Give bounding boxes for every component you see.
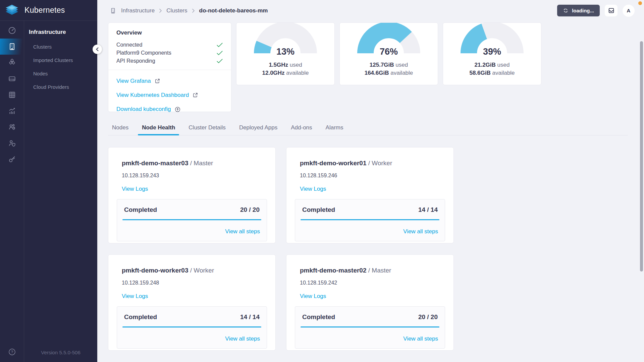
chevron-right-icon [159, 8, 162, 13]
node-card: pmkft-demo-worker03 / Worker 10.128.159.… [108, 254, 276, 351]
platform9-layers-logo-icon [4, 4, 19, 17]
gauge-percent: 13% [254, 47, 317, 57]
external-link-icon [192, 92, 198, 98]
view-grafana-link[interactable]: View Grafana [116, 78, 223, 84]
breadcrumb-infrastructure[interactable]: Infrastructure [121, 7, 155, 14]
tab-add-ons[interactable]: Add-ons [287, 122, 316, 135]
sidebar: Kubernetes [0, 0, 97, 362]
check-label: API Responding [116, 58, 155, 64]
help-icon[interactable]: ? [0, 348, 24, 356]
tab-node-health[interactable]: Node Health [138, 122, 179, 135]
check-label: Platform9 Components [116, 50, 171, 56]
breadcrumb-clusters[interactable]: Clusters [166, 7, 187, 14]
svg-text:?: ? [11, 350, 13, 354]
rail-infrastructure-building-icon[interactable] [0, 39, 24, 55]
steps-progress-bar [122, 326, 261, 327]
view-all-steps-link[interactable]: View all steps [122, 336, 261, 342]
check-icon [216, 50, 223, 56]
steps-count: 20 / 20 [240, 206, 260, 214]
check-icon [216, 58, 223, 64]
rail-dashboard-icon[interactable] [0, 22, 24, 39]
check-label: Connected [116, 42, 142, 48]
view-logs-link[interactable]: View Logs [300, 293, 326, 300]
sidebar-item-cloud-providers[interactable]: Cloud Providers [24, 80, 97, 94]
loading-button[interactable]: loading... [557, 5, 600, 16]
node-name: pmkft-demo-worker03 [122, 267, 189, 274]
rail-tenants-users-gear-icon[interactable] [0, 119, 24, 135]
sidebar-item-clusters[interactable]: Clusters [24, 40, 97, 54]
overview-title: Overview [116, 29, 223, 36]
download-kubeconfig-link[interactable]: Download kubeconfig [116, 106, 223, 113]
node-card: pmkft-demo-worker01 / Worker 10.128.159.… [286, 147, 454, 243]
node-ip: 10.128.159.243 [122, 173, 267, 179]
vertical-scrollbar[interactable] [640, 41, 643, 272]
gauge-percent: 76% [357, 47, 421, 57]
breadcrumb-current-cluster: do-not-delete-bareos-mm [199, 7, 268, 14]
node-name: pmkft-demo-worker01 [300, 160, 367, 167]
view-logs-link[interactable]: View Logs [122, 186, 148, 192]
sidebar-collapse-button[interactable] [93, 45, 102, 54]
steps-status: Completed [124, 313, 157, 321]
refresh-icon [563, 8, 569, 13]
node-name: pmkft-demo-master02 [300, 267, 367, 274]
content-area: Overview Connected Platform9 Components … [97, 21, 644, 362]
rail-apps-grid-icon[interactable] [0, 87, 24, 103]
link-label: Download kubeconfig [116, 106, 171, 113]
overview-card: Overview Connected Platform9 Components … [108, 22, 231, 112]
overview-check-platform9-components: Platform9 Components [116, 49, 223, 57]
app-title: Kubernetes [24, 6, 65, 15]
node-role: Master [194, 160, 213, 167]
node-ip: 10.128.159.242 [300, 280, 445, 286]
steps-status: Completed [302, 206, 335, 214]
sidebar-item-nodes[interactable]: Nodes [24, 67, 97, 80]
gauge-stats: 1.5GHz used 12.0GHz available [236, 61, 334, 77]
app-logo[interactable]: Kubernetes [0, 0, 97, 21]
view-all-steps-link[interactable]: View all steps [301, 228, 439, 235]
avatar-letter: A [627, 8, 631, 13]
chevron-right-icon [192, 8, 195, 13]
view-all-steps-link[interactable]: View all steps [301, 336, 439, 342]
view-logs-link[interactable]: View Logs [300, 186, 326, 192]
cpu-gauge-card: 13% 1.5GHz used 12.0GHz available [236, 22, 335, 85]
sidebar-menu: Infrastructure Clusters Imported Cluster… [24, 21, 97, 362]
tab-nodes[interactable]: Nodes [108, 122, 132, 135]
rail-monitoring-chart-icon[interactable] [0, 103, 24, 119]
view-kubernetes-dashboard-link[interactable]: View Kubernetes Dashboard [116, 92, 223, 99]
app-version: Version 5.5.0-506 [24, 350, 97, 355]
node-card: pmkft-demo-master02 / Master 10.128.159.… [286, 254, 454, 351]
gauge-percent: 39% [460, 47, 524, 57]
sidebar-section-title: Infrastructure [24, 29, 97, 36]
steps-count: 14 / 14 [240, 313, 260, 321]
steps-count: 20 / 20 [418, 313, 438, 321]
node-health-grid: pmkft-demo-master03 / Master 10.128.159.… [108, 147, 628, 351]
tab-deployed-apps[interactable]: Deployed Apps [235, 122, 281, 135]
inbox-button[interactable] [605, 5, 618, 16]
steps-panel: Completed 14 / 14 View all steps [117, 306, 267, 349]
gauge-stats: 125.7GiB used 164.6GiB available [340, 61, 438, 77]
tab-alarms[interactable]: Alarms [322, 122, 347, 135]
sidebar-item-imported-clusters[interactable]: Imported Clusters [24, 54, 97, 67]
overview-check-api-responding: API Responding [116, 57, 223, 65]
tab-cluster-details[interactable]: Cluster Details [184, 122, 230, 135]
steps-status: Completed [302, 313, 335, 321]
steps-progress-bar [301, 219, 439, 220]
steps-count: 14 / 14 [418, 206, 438, 214]
main-area: Infrastructure Clusters do-not-delete-ba… [97, 0, 644, 362]
check-icon [216, 42, 223, 48]
notification-dot [638, 1, 642, 5]
storage-gauge-card: 39% 21.2GiB used 58.6GiB available [443, 22, 541, 85]
top-header: Infrastructure Clusters do-not-delete-ba… [97, 0, 644, 21]
rail-user-shield-icon[interactable] [0, 135, 24, 151]
view-logs-link[interactable]: View Logs [122, 293, 148, 300]
node-ip: 10.128.159.246 [300, 173, 445, 179]
rail-api-key-icon[interactable] [0, 151, 24, 167]
steps-progress-bar [301, 326, 439, 327]
rail-storage-server-icon[interactable] [0, 71, 24, 87]
link-label: View Grafana [116, 78, 151, 84]
rail-workloads-cubes-icon[interactable] [0, 55, 24, 71]
external-link-icon [154, 78, 160, 84]
node-card: pmkft-demo-master03 / Master 10.128.159.… [108, 147, 276, 243]
user-avatar[interactable]: A [623, 5, 635, 17]
steps-panel: Completed 20 / 20 View all steps [295, 306, 445, 349]
view-all-steps-link[interactable]: View all steps [122, 228, 261, 235]
